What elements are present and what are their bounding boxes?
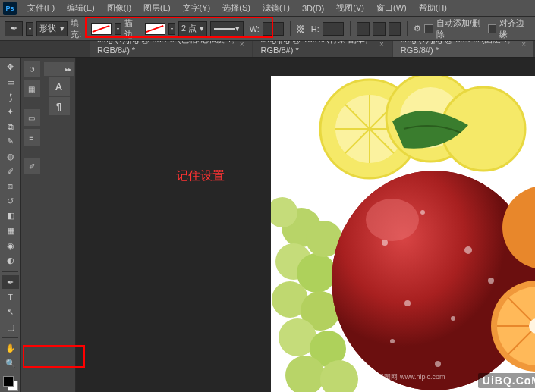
type-tool[interactable]: T xyxy=(2,290,19,304)
separator xyxy=(350,21,351,36)
menu-select[interactable]: 选择(S) xyxy=(216,2,256,14)
svg-point-27 xyxy=(404,300,411,306)
align-edges-label: 对齐边缘 xyxy=(499,17,530,40)
magic-wand-tool[interactable]: ✦ xyxy=(2,105,19,119)
auto-add-label: 自动添加/删除 xyxy=(436,17,485,40)
menu-filter[interactable]: 滤镜(T) xyxy=(256,2,296,14)
crop-tool[interactable]: ⧉ xyxy=(2,120,19,133)
menu-window[interactable]: 窗口(W) xyxy=(370,2,413,14)
clone-stamp-tool[interactable]: ⧈ xyxy=(2,180,19,193)
eyedropper-tool[interactable]: ✎ xyxy=(2,135,19,149)
tool-preset-picker[interactable]: ✒ xyxy=(5,21,23,36)
svg-point-25 xyxy=(420,210,425,215)
align-edges-checkbox[interactable] xyxy=(488,24,496,33)
path-align-button[interactable] xyxy=(373,22,386,36)
stroke-label: 描边: xyxy=(124,17,142,40)
menu-type[interactable]: 文字(Y) xyxy=(177,2,217,14)
blur-tool[interactable]: ◉ xyxy=(2,239,19,252)
path-arrange-button[interactable] xyxy=(389,22,401,36)
tool-preset-dropdown[interactable]: ▾ xyxy=(26,22,33,36)
stroke-width-input[interactable]: 2 点 ▾ xyxy=(178,21,207,36)
fill-swatch[interactable] xyxy=(91,23,111,35)
document-tab-bar: timg (1).jpg @ 66.7% (色相/饱和度 1, RGB/8#) … xyxy=(0,41,535,58)
history-brush-tool[interactable]: ↺ xyxy=(2,194,19,208)
stroke-swatch[interactable] xyxy=(145,23,165,35)
menu-3d[interactable]: 3D(D) xyxy=(296,4,330,13)
chevron-down-icon: ▾ xyxy=(60,24,65,33)
height-label: H: xyxy=(311,24,319,33)
zoom-tool[interactable]: 🔍 xyxy=(2,356,19,370)
character-panel-icon[interactable]: A xyxy=(49,77,70,96)
canvas-area: 记住设置 xyxy=(76,58,535,392)
annotation-text: 记住设置 xyxy=(176,168,225,184)
menu-help[interactable]: 帮助(H) xyxy=(413,2,453,14)
svg-point-28 xyxy=(451,316,455,321)
pen-icon: ✒ xyxy=(11,24,17,33)
fill-label: 填充: xyxy=(71,17,88,40)
brush-tool[interactable]: ✐ xyxy=(2,165,19,178)
shape-tool[interactable]: ▢ xyxy=(2,320,19,334)
paragraph-panel-icon[interactable]: ¶ xyxy=(49,97,70,115)
stroke-style-select[interactable]: ▾ xyxy=(210,21,244,36)
width-label: W: xyxy=(250,24,260,33)
close-icon[interactable]: × xyxy=(379,40,384,49)
ps-logo: Ps xyxy=(3,2,17,15)
tool-separator xyxy=(2,337,18,338)
link-icon[interactable]: ⛓ xyxy=(297,24,305,33)
menu-layer[interactable]: 图层(L) xyxy=(137,2,176,14)
menu-image[interactable]: 图像(I) xyxy=(101,2,137,14)
site-watermark: UiBQ.CoM xyxy=(478,373,535,388)
collapsed-panels-1: ↺ ▦ ▭ ≡ ✐ xyxy=(21,58,42,392)
close-icon[interactable]: × xyxy=(521,40,526,49)
tool-mode-label: 形状 xyxy=(39,23,56,34)
tool-separator xyxy=(2,271,18,272)
properties-panel-icon[interactable]: ▦ xyxy=(24,80,40,97)
tool-mode-select[interactable]: 形状 ▾ xyxy=(36,21,68,36)
auto-add-delete-checkbox[interactable] xyxy=(424,24,433,33)
stroke-width-value: 2 点 xyxy=(181,23,197,34)
path-selection-tool[interactable]: ↖ xyxy=(2,306,19,319)
height-input[interactable] xyxy=(323,22,344,36)
close-icon[interactable]: × xyxy=(240,40,244,49)
healing-brush-tool[interactable]: ◍ xyxy=(2,150,19,164)
svg-point-24 xyxy=(382,240,388,246)
width-input[interactable] xyxy=(263,22,284,36)
collapsed-panels-2: ▸▸ A ¶ xyxy=(42,58,76,392)
move-tool[interactable]: ✥ xyxy=(2,61,19,74)
tools-panel: ✥ ▭ ⟆ ✦ ⧉ ✎ ◍ ✐ ⧈ ↺ ◧ ▦ ◉ ◐ ✒ T ↖ ▢ ✋ 🔍 xyxy=(0,58,21,392)
menu-bar: Ps 文件(F) 编辑(E) 图像(I) 图层(L) 文字(Y) 选择(S) 滤… xyxy=(0,0,535,17)
document-canvas[interactable]: 昵图网 www.nipic.com UiBQ.CoM xyxy=(271,76,535,392)
menu-edit[interactable]: 编辑(E) xyxy=(61,2,101,14)
separator xyxy=(290,21,291,36)
foreground-color-swatch[interactable] xyxy=(3,376,14,387)
separator xyxy=(407,21,408,36)
fill-dropdown[interactable]: ▾ xyxy=(115,23,121,35)
eraser-tool[interactable]: ◧ xyxy=(2,209,19,223)
stroke-dropdown[interactable]: ▾ xyxy=(168,23,175,35)
options-bar: ✒ ▾ 形状 ▾ 填充: ▾ 描边: ▾ 2 点 ▾ ▾ W: ⛓ H: ⚙ 自… xyxy=(0,17,535,41)
gradient-tool[interactable]: ▦ xyxy=(2,224,19,238)
panel-icon[interactable]: ▭ xyxy=(24,109,40,126)
svg-point-30 xyxy=(390,339,395,343)
panel-icon[interactable]: ≡ xyxy=(24,129,40,146)
svg-point-26 xyxy=(464,246,472,254)
hand-tool[interactable]: ✋ xyxy=(2,342,19,356)
image-watermark-small: 昵图网 www.nipic.com xyxy=(377,372,445,382)
gear-icon[interactable]: ⚙ xyxy=(414,24,421,33)
marquee-tool[interactable]: ▭ xyxy=(2,76,19,89)
path-operations-button[interactable] xyxy=(357,22,370,36)
chevron-down-icon: ▾ xyxy=(235,24,240,33)
dodge-tool[interactable]: ◐ xyxy=(2,254,19,268)
svg-point-31 xyxy=(435,361,441,367)
menu-view[interactable]: 视图(V) xyxy=(330,2,370,14)
menu-file[interactable]: 文件(F) xyxy=(21,2,61,14)
brush-panel-icon[interactable]: ✐ xyxy=(24,158,40,174)
svg-point-29 xyxy=(488,278,494,284)
panel-collapse-button[interactable]: ▸▸ xyxy=(44,62,74,76)
chevron-down-icon: ▾ xyxy=(200,24,204,33)
svg-point-23 xyxy=(366,199,419,241)
lasso-tool[interactable]: ⟆ xyxy=(2,90,19,104)
pen-tool[interactable]: ✒ xyxy=(2,275,19,289)
stroke-line-icon xyxy=(214,28,235,30)
history-panel-icon[interactable]: ↺ xyxy=(24,61,40,77)
